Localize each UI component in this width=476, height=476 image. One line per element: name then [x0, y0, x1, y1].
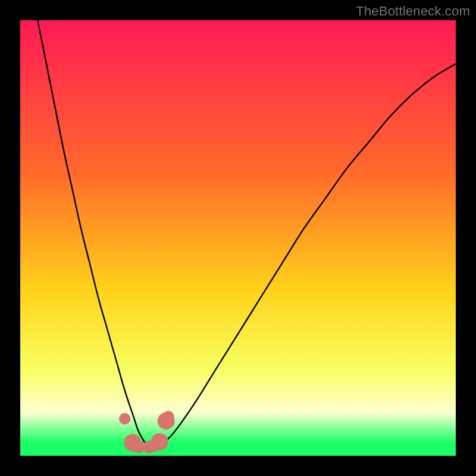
plot-area — [20, 20, 456, 456]
curve-markers — [119, 411, 175, 453]
chart-frame: TheBottleneck.com — [0, 0, 476, 476]
watermark-text: TheBottleneck.com — [356, 4, 470, 19]
curve-path — [37, 20, 456, 447]
curve-marker — [119, 413, 130, 424]
curve-marker — [162, 411, 174, 422]
bottleneck-curve — [20, 20, 456, 456]
curve-marker — [151, 433, 168, 450]
